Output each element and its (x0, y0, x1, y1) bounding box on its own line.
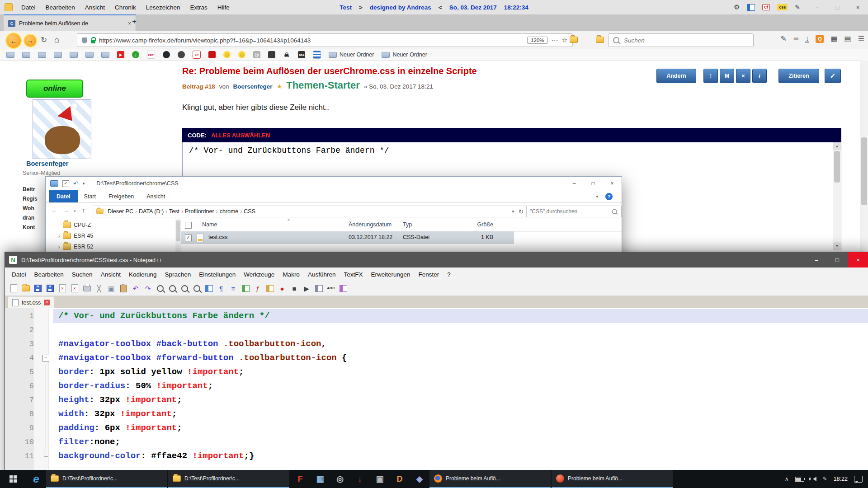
bookmark-item[interactable] (268, 51, 275, 58)
firefox-close-button[interactable]: × (848, 0, 868, 14)
bookmark-item[interactable]: ↓ (132, 51, 139, 58)
back-button[interactable]: ← (5, 33, 22, 49)
pinned-app-4[interactable]: F (290, 470, 310, 488)
breadcrumb-item[interactable]: chrome (218, 208, 241, 215)
explorer-search-box[interactable] (525, 206, 622, 217)
file-row[interactable]: ✓ test.css 03.12.2017 18:22 CSS-Datei 1 … (181, 231, 514, 244)
battery-icon[interactable] (795, 477, 804, 482)
bookmark-item[interactable]: ▶ (117, 51, 124, 58)
menu-item-chronik[interactable]: Chronik (110, 4, 141, 11)
url-text[interactable]: https://www.camp-firefox.de/forum/viewto… (99, 37, 524, 44)
refresh-button[interactable]: ↻ (41, 35, 47, 45)
notepad-menu-suchen[interactable]: Suchen (68, 271, 97, 278)
select-all-checkbox[interactable] (185, 222, 192, 229)
save-icon[interactable] (33, 283, 43, 293)
help-icon[interactable]: ? (605, 193, 613, 200)
pinned-app-5[interactable]: ▦ (310, 470, 330, 488)
taskbar-clock[interactable]: 18:22 (834, 476, 848, 482)
volume-icon[interactable] (811, 477, 816, 481)
bookmark-item[interactable] (70, 52, 78, 58)
word-wrap-icon[interactable]: ¶ (216, 283, 226, 293)
link-icon[interactable]: ∞ (793, 35, 798, 43)
ribbon-tab-freigeben[interactable]: Freigeben (102, 190, 140, 202)
show-symbols-icon[interactable]: ≡ (228, 283, 238, 293)
notepad-menu-erweiterungen[interactable]: Erweiterungen (367, 271, 414, 278)
bookmark-item[interactable] (163, 51, 170, 58)
paste-icon[interactable] (118, 283, 128, 293)
monitor-icon[interactable] (265, 283, 275, 293)
menu-item-bearbeiten[interactable]: Bearbeiten (41, 4, 80, 11)
bookmark-item[interactable] (54, 52, 62, 58)
qat-properties-icon[interactable]: ✓ (62, 180, 69, 187)
explorer-app-icon[interactable] (50, 180, 58, 187)
css-addon-icon[interactable]: css (777, 4, 788, 10)
bookmark-item[interactable]: ☺ (223, 51, 231, 58)
bookmark-item[interactable]: @ (253, 51, 260, 58)
forward-button[interactable]: → (24, 34, 37, 47)
tracking-shield-icon[interactable] (82, 38, 87, 43)
record-macro-icon[interactable]: ● (277, 283, 287, 293)
undo-icon[interactable]: ↶ (131, 283, 141, 293)
campfirefox-icon[interactable]: Cf (762, 4, 770, 10)
tree-item[interactable]: CPU-Z (46, 220, 175, 230)
taskbar-window-button[interactable]: D:\Test\Profilordner\c... (168, 470, 289, 488)
menu-item-extras[interactable]: Extras (185, 4, 212, 11)
notepad-menu-fenster[interactable]: Fenster (415, 271, 443, 278)
pinned-app-6[interactable]: ◎ (330, 470, 350, 488)
firefox-maximize-button[interactable]: □ (827, 0, 848, 14)
find-icon[interactable] (155, 283, 165, 293)
post-title[interactable]: Re: Probleme beim Auflösen der userChrom… (182, 66, 477, 76)
gear-icon[interactable]: ⚙ (734, 3, 740, 11)
notepad-menu-datei[interactable]: Datei (8, 271, 30, 278)
library-icon[interactable]: ▤ (844, 34, 851, 43)
bookmark-item[interactable]: Neuer Ordner (329, 52, 374, 58)
bookmark-item[interactable]: ebY (147, 51, 155, 59)
taskbar-window-button[interactable]: D:\Test\Profilordner\c... (46, 470, 167, 488)
bookmark-item[interactable]: ☺ (238, 51, 245, 58)
page-scrollbar-thumb[interactable] (861, 137, 867, 205)
zoom-out-icon[interactable] (192, 283, 202, 293)
tree-scrollbar-thumb[interactable] (176, 221, 180, 241)
close-all-icon[interactable]: × (70, 283, 80, 293)
close-icon[interactable]: × (57, 283, 67, 293)
address-box[interactable]: Dieser PC›DATA (D:)›Test›Profilordner›ch… (93, 206, 527, 217)
bookmark-item[interactable]: Neuer Ordner (382, 52, 427, 58)
grid-icon[interactable]: ▦ (830, 34, 837, 43)
pinned-app-7[interactable]: ↓ (350, 470, 370, 488)
explorer-search-input[interactable] (529, 208, 611, 215)
explorer-up-icon[interactable]: ↑ (82, 206, 85, 214)
menu-item-ansicht[interactable]: Ansicht (80, 4, 110, 11)
code-scrollbar-thumb[interactable] (834, 151, 840, 183)
pinned-app-10[interactable]: ◆ (410, 470, 429, 488)
ribbon-tab-datei[interactable]: Datei (49, 190, 78, 202)
code-editor[interactable]: 1/* Vor- und Zurückbuttons Farbe ändern … (5, 308, 868, 480)
bookmark-item[interactable] (6, 52, 14, 58)
plugin-panel-icon[interactable] (338, 283, 348, 293)
explorer-maximize-button[interactable]: □ (584, 177, 603, 190)
copy-icon[interactable]: ▣ (106, 283, 116, 293)
quote-button[interactable]: Zitieren (778, 69, 819, 83)
menu-item-datei[interactable]: Datei (16, 4, 41, 11)
search-bar[interactable] (608, 33, 754, 47)
search-input[interactable] (623, 37, 729, 44)
breadcrumb-item[interactable]: Profilordner (183, 208, 216, 215)
edge-button[interactable]: e (26, 470, 46, 488)
scroll-up-icon[interactable]: ▲ (833, 142, 841, 150)
bookmark-item[interactable]: Cf (193, 51, 201, 59)
breadcrumb-item[interactable]: Test (167, 208, 181, 215)
tree-item[interactable]: ›ESR 52 (46, 241, 175, 252)
action-center-icon[interactable] (854, 476, 863, 483)
download-icon[interactable]: ↓ (805, 35, 809, 42)
zoom-in-icon[interactable] (179, 283, 189, 293)
select-all-link[interactable]: ALLES AUSWÄHLEN (211, 132, 270, 139)
explorer-history-icon[interactable]: ▾ (74, 209, 76, 213)
new-tab-button[interactable]: + (132, 17, 137, 26)
delete-post-button[interactable]: × (736, 69, 750, 83)
tree-item[interactable]: ›ESR 45 (46, 230, 175, 241)
stop-macro-icon[interactable]: ■ (289, 283, 299, 293)
compose-icon[interactable]: ✎ (795, 4, 800, 11)
notepad-menu-werkzeuge[interactable]: Werkzeuge (240, 271, 278, 278)
print-icon[interactable] (82, 283, 92, 293)
tab-test-css[interactable]: test.css × (8, 296, 54, 309)
qat-undo-icon[interactable]: ↶ (73, 180, 79, 187)
